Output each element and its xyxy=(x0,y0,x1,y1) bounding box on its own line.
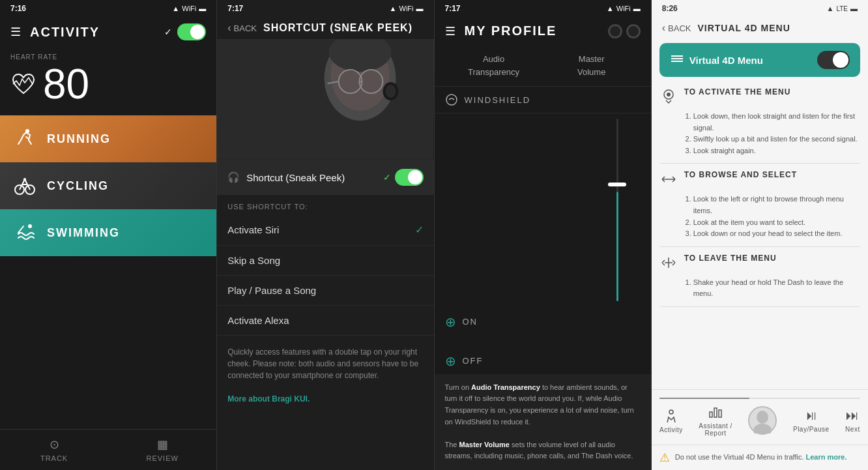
desc-p3: The xyxy=(445,441,459,448)
headphone-icon: 🎧 xyxy=(227,171,240,183)
profile-slider-area: WINDSHIELD ⊕ ON ⊕ OFF xyxy=(435,87,651,374)
windshield-text: WINDSHIELD xyxy=(465,95,531,105)
shortcut-section-label: USE SHORTCUT TO: xyxy=(217,195,433,214)
shortcut-back-btn[interactable]: ‹ BACK xyxy=(227,22,257,34)
warning-learn-more[interactable]: Learn more. xyxy=(806,453,847,461)
virtual-back-btn[interactable]: ‹ BACK xyxy=(662,22,691,34)
vertical-thumb[interactable] xyxy=(608,183,626,186)
vertical-track[interactable] xyxy=(616,119,618,301)
player-assistant-item[interactable]: Assistant /Report xyxy=(699,404,732,437)
activate-step-3: Look straight again. xyxy=(693,145,860,157)
shortcut-description: Quickly access features with a double ta… xyxy=(217,336,433,470)
browse-step-3: Look down or nod your head to select the… xyxy=(693,228,860,240)
player-avatar-item[interactable] xyxy=(748,406,777,435)
leave-section: TO LEAVE THE MENU Shake your head or hol… xyxy=(659,247,860,307)
running-item[interactable]: RUNNING xyxy=(0,115,216,162)
menu-item-alexa[interactable]: Activate Alexa xyxy=(217,306,433,336)
track-icon: ⊙ xyxy=(50,437,59,452)
shortcut-nav-title: SHORTCUT (SNEAK PEEK) xyxy=(263,22,412,34)
time-1: 7:16 xyxy=(10,4,26,13)
browse-steps: Look to the left or right to browse thro… xyxy=(659,194,860,239)
virtual-nav-title: VIRTUAL 4D MENU xyxy=(697,23,790,33)
shortcut-toggle[interactable] xyxy=(395,169,424,186)
profile-hamburger-icon[interactable]: ☰ xyxy=(445,24,456,38)
shake-icon xyxy=(659,254,678,272)
signal-icon-3: ▲ xyxy=(607,5,614,12)
svg-point-20 xyxy=(667,93,671,96)
play-pause-icon: ⏯ xyxy=(805,408,818,423)
virtual-menu-card-label: Virtual 4D Menu xyxy=(689,55,763,66)
profile-buds xyxy=(608,24,641,38)
menu-item-siri[interactable]: Activate Siri ✓ xyxy=(217,214,433,246)
shortcut-toggle-row: 🎧 Shortcut (Sneak Peek) ✓ xyxy=(217,160,433,195)
activate-title: TO ACTIVATE THE MENU xyxy=(659,87,860,106)
swimming-item[interactable]: SWIMMING xyxy=(0,209,216,256)
shortcut-nav-bar: ‹ BACK SHORTCUT (SNEAK PEEK) xyxy=(217,17,433,39)
wifi-icon-2: WiFi xyxy=(399,5,414,12)
warning-bar: ⚠ Do not use the Virtual 4D Menu in traf… xyxy=(652,445,868,470)
profile-header: ☰ MY PROFILE xyxy=(435,17,651,45)
svg-point-4 xyxy=(28,224,32,228)
header-toggle-container: ✓ xyxy=(164,23,206,40)
off-option-row: ⊕ OFF xyxy=(435,348,651,374)
track-nav-item[interactable]: ⊙ TRACK xyxy=(0,430,108,470)
hamburger-icon[interactable]: ☰ xyxy=(10,25,21,39)
eye-down-icon xyxy=(659,87,678,106)
player-progress-bar xyxy=(659,398,860,399)
player-avatar xyxy=(748,406,777,435)
bottom-player: Activity Assistant /Report xyxy=(652,389,868,445)
status-icons-3: ▲ WiFi ▬ xyxy=(607,5,641,12)
track-label: TRACK xyxy=(40,454,68,462)
player-playpause-item[interactable]: ⏯ Play/Pause xyxy=(793,408,830,433)
svg-rect-24 xyxy=(714,408,717,417)
siri-label: Activate Siri xyxy=(227,224,279,235)
battery-icon-1: ▬ xyxy=(199,5,206,12)
cycling-item[interactable]: CYCLING xyxy=(0,162,216,209)
review-label: REVIEW xyxy=(146,454,178,462)
bottom-nav: ⊙ TRACK ▦ REVIEW xyxy=(0,429,216,470)
virtual-menu-icon xyxy=(670,53,684,67)
status-bar-4: 8:26 ▲ LTE ▬ xyxy=(652,0,868,17)
warning-text: Do not use the Virtual 4D Menu in traffi… xyxy=(675,452,847,462)
svg-point-3 xyxy=(23,178,26,181)
swimming-label: SWIMMING xyxy=(47,226,120,240)
menu-item-skip[interactable]: Skip a Song xyxy=(217,246,433,276)
learn-more-link[interactable]: More about Bragi KUI. xyxy=(227,394,310,404)
heart-rate-number: 80 xyxy=(43,63,89,105)
wifi-icon-1: WiFi xyxy=(182,5,196,12)
activity-toggle[interactable] xyxy=(177,23,206,40)
desc-bold2: Master Volume xyxy=(459,441,510,448)
player-next-item[interactable]: ⏭ Next xyxy=(845,408,860,433)
shortcut-panel: 7:17 ▲ WiFi ▬ ‹ BACK SHORTCUT (SNEAK PEE… xyxy=(217,0,434,470)
svg-rect-25 xyxy=(719,410,721,417)
heart-rate-section: HEART RATE 80 xyxy=(0,47,216,115)
audio-transparency-label: AudioTransparency xyxy=(445,53,543,78)
status-icons-1: ▲ WiFi ▬ xyxy=(172,5,206,12)
profile-title: MY PROFILE xyxy=(465,23,557,38)
signal-icon-1: ▲ xyxy=(172,5,179,12)
review-nav-item[interactable]: ▦ REVIEW xyxy=(108,430,216,470)
activate-step-2: Swiftly look up a bit and listen for the… xyxy=(693,134,860,145)
status-icons-2: ▲ WiFi ▬ xyxy=(390,5,424,12)
svg-rect-16 xyxy=(671,58,683,59)
alexa-label: Activate Alexa xyxy=(227,315,289,326)
heart-icon xyxy=(10,71,36,97)
on-option-row: ⊕ ON xyxy=(435,309,651,335)
status-bar-3: 7:17 ▲ WiFi ▬ xyxy=(435,0,651,17)
heart-rate-value-container: 80 xyxy=(10,63,206,105)
svg-rect-18 xyxy=(671,55,683,57)
profile-panel: 7:17 ▲ WiFi ▬ ☰ MY PROFILE AudioTranspar… xyxy=(435,0,652,470)
leave-steps: Shake your head or hold The Dash to leav… xyxy=(659,277,860,300)
browse-icon xyxy=(659,170,678,188)
on-icon: ⊕ xyxy=(445,314,456,330)
hero-illustration xyxy=(217,39,433,160)
activate-heading: TO ACTIVATE THE MENU xyxy=(684,87,791,96)
windshield-row: WINDSHIELD xyxy=(435,87,651,113)
status-bar-2: 7:17 ▲ WiFi ▬ xyxy=(217,0,433,17)
signal-icon-4: ▲ xyxy=(827,5,834,12)
player-activity-item[interactable]: Activity xyxy=(659,408,683,433)
windshield-icon xyxy=(445,93,458,106)
virtual-menu-toggle[interactable] xyxy=(817,51,850,69)
menu-item-play[interactable]: Play / Pause a Song xyxy=(217,276,433,306)
leave-icon xyxy=(659,254,678,272)
